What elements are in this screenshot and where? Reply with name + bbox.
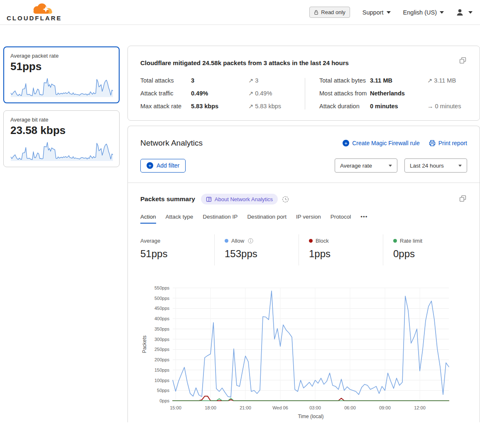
svg-text:550pps: 550pps <box>154 285 170 290</box>
tab-action[interactable]: Action <box>140 214 156 224</box>
copy-icon[interactable] <box>458 194 467 204</box>
stat-delta: → 0 minutes <box>427 103 467 110</box>
stat-value: 153pps <box>225 248 299 260</box>
stat-average: Average 51pps <box>140 234 214 265</box>
chevron-down-icon <box>440 11 444 14</box>
svg-text:21:00: 21:00 <box>240 405 251 410</box>
tab-ip-version[interactable]: IP version <box>296 214 321 224</box>
stat-label: Attack duration <box>319 103 370 110</box>
plus-circle-icon: + <box>147 162 153 169</box>
svg-text:500pps: 500pps <box>154 296 170 301</box>
chevron-down-icon <box>387 11 391 14</box>
svg-text:150pps: 150pps <box>154 368 170 373</box>
block-legend-dot <box>309 239 313 243</box>
svg-text:450pps: 450pps <box>154 306 170 311</box>
main-column: Cloudflare mitigated 24.58k packets from… <box>127 46 480 422</box>
stat-value: 3 <box>191 77 248 84</box>
metric-card-packet-rate[interactable]: Average packet rate 51pps <box>3 46 120 103</box>
create-rule-label: Create Magic Firewall rule <box>352 140 420 146</box>
svg-text:Packets: Packets <box>142 336 147 353</box>
stat-block: Block 1pps <box>299 234 383 265</box>
stat-label: Attack traffic <box>140 90 191 97</box>
stat-rate-limit: Rate limit 0pps <box>383 234 467 265</box>
create-magic-firewall-rule-link[interactable]: + Create Magic Firewall rule <box>343 140 420 146</box>
chevron-down-icon <box>468 11 473 14</box>
about-badge-label: About Network Analytics <box>215 196 273 202</box>
svg-text:03:00: 03:00 <box>309 405 321 410</box>
stat-value: 51pps <box>140 248 214 260</box>
tab-attack-type[interactable]: Attack type <box>166 214 193 224</box>
divider <box>305 78 305 110</box>
svg-text:350pps: 350pps <box>154 326 170 331</box>
network-analytics-card: Network Analytics + Create Magic Firewal… <box>127 126 480 422</box>
metric-select[interactable]: Average rate <box>335 158 397 173</box>
support-menu[interactable]: Support <box>362 9 391 16</box>
allow-legend-dot <box>225 239 228 243</box>
svg-text:15:00: 15:00 <box>170 405 181 410</box>
metric-sidebar: Average packet rate 51pps Average bit ra… <box>3 46 120 174</box>
svg-text:100pps: 100pps <box>154 378 170 383</box>
svg-text:12:00: 12:00 <box>414 405 426 410</box>
chevron-down-icon <box>389 165 392 167</box>
print-report-link[interactable]: Print report <box>429 140 467 146</box>
about-network-analytics-badge[interactable]: About Network Analytics <box>201 194 278 205</box>
packets-summary-title: Packets summary <box>140 195 195 203</box>
language-menu[interactable]: English (US) <box>403 9 444 16</box>
page-content: Average packet rate 51pps Average bit ra… <box>0 25 480 422</box>
metric-label: Average packet rate <box>10 53 113 59</box>
user-avatar-icon <box>456 9 463 16</box>
svg-text:09:00: 09:00 <box>379 405 391 410</box>
stat-value: Netherlands <box>370 90 427 97</box>
time-range-select[interactable]: Last 24 hours <box>404 158 467 173</box>
support-label: Support <box>362 9 384 16</box>
account-menu[interactable] <box>456 9 473 16</box>
metric-value: 51pps <box>10 60 113 73</box>
top-header: CLOUDFLARE Read only Support <box>0 0 480 25</box>
print-report-label: Print report <box>438 140 467 146</box>
stat-delta <box>427 90 467 97</box>
clock-icon[interactable] <box>282 196 289 203</box>
svg-text:300pps: 300pps <box>154 337 170 342</box>
packets-summary-section: Packets summary About Network Analytics <box>128 183 480 422</box>
stat-value: 1pps <box>309 248 383 260</box>
tab-destination-port[interactable]: Destination port <box>247 214 287 224</box>
stat-label: Most attacks from <box>319 90 370 97</box>
metric-label: Average bit rate <box>10 117 113 123</box>
metric-card-bit-rate[interactable]: Average bit rate 23.58 kbps <box>3 110 120 167</box>
stat-label: Max attack rate <box>140 103 191 110</box>
printer-icon <box>429 140 436 146</box>
cloudflare-logo[interactable]: CLOUDFLARE <box>7 2 54 22</box>
stat-value: 0 minutes <box>370 103 427 110</box>
tab-protocol[interactable]: Protocol <box>331 214 351 224</box>
stat-label: Allow <box>231 238 244 244</box>
legend-stats-row: Average 51pps Allow <box>140 234 467 265</box>
copy-icon[interactable] <box>458 56 467 66</box>
stat-delta: ↗ 3.11 MB <box>427 77 467 84</box>
packets-chart: 0pps50pps100pps150pps200pps250pps300pps3… <box>140 282 467 422</box>
read-only-badge: Read only <box>309 7 350 18</box>
stat-label: Total attacks <box>140 77 191 84</box>
stat-label: Block <box>316 238 329 244</box>
mitigation-title: Cloudflare mitigated 24.58k packets from… <box>140 56 349 66</box>
time-range-value: Last 24 hours <box>410 163 444 169</box>
mitigation-stats-right: Total attack bytes 3.11 MB ↗ 3.11 MB Mos… <box>319 77 467 110</box>
read-only-label: Read only <box>321 9 345 15</box>
svg-text:06:00: 06:00 <box>344 405 356 410</box>
more-tabs-icon[interactable]: ••• <box>360 214 367 224</box>
tab-destination-ip[interactable]: Destination IP <box>203 214 238 224</box>
info-icon[interactable] <box>248 238 253 243</box>
add-filter-button[interactable]: + Add filter <box>140 159 186 173</box>
metric-value: 23.58 kbps <box>10 124 113 137</box>
stat-delta: ↗ 3 <box>248 77 293 84</box>
stat-label: Total attack bytes <box>319 77 370 84</box>
svg-text:Time (local): Time (local) <box>298 414 323 419</box>
lock-icon <box>314 10 318 15</box>
chevron-down-icon <box>458 165 462 167</box>
stat-value: 3.11 MB <box>370 77 427 84</box>
packets-time-series-chart: 0pps50pps100pps150pps200pps250pps300pps3… <box>140 282 453 421</box>
plus-circle-icon: + <box>343 140 349 146</box>
stat-value: 0.49% <box>191 90 248 97</box>
mitigation-stats-left: Total attacks 3 ↗ 3 Attack traffic 0.49%… <box>140 77 293 110</box>
cloudflare-cloud-icon <box>30 2 54 17</box>
stat-allow: Allow 153pps <box>214 234 299 265</box>
